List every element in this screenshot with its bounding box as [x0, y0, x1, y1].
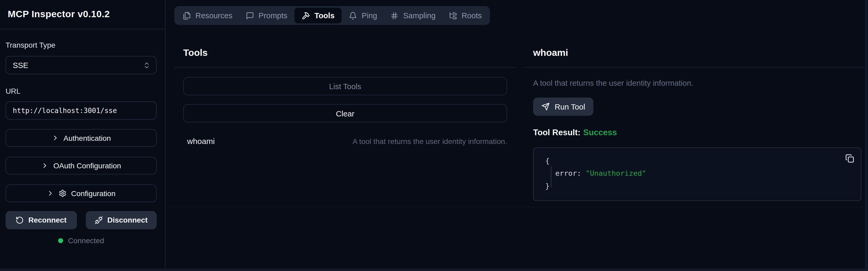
- tab-ping-label: Ping: [362, 11, 377, 20]
- tool-result-code-block: { error: "Unauthorized" }: [533, 147, 861, 201]
- sidebar-header: MCP Inspector v0.10.2: [0, 0, 165, 29]
- tools-pane-header: Tools: [174, 33, 516, 68]
- code-line-open: {: [545, 155, 861, 168]
- list-tools-button[interactable]: List Tools: [183, 77, 507, 95]
- hammer-icon: [302, 11, 310, 20]
- reconnect-label: Reconnect: [28, 216, 66, 224]
- tab-roots-label: Roots: [462, 11, 482, 20]
- connection-buttons-row: Reconnect Disconnect: [5, 211, 157, 229]
- url-label: URL: [5, 87, 157, 95]
- gear-icon: [59, 189, 67, 197]
- tab-prompts[interactable]: Prompts: [240, 8, 293, 23]
- tool-result-status: Success: [583, 127, 617, 137]
- send-icon: [541, 102, 550, 111]
- clear-button[interactable]: Clear: [183, 104, 507, 123]
- content-bottom-edge: [166, 207, 868, 207]
- app-title: MCP Inspector v0.10.2: [8, 9, 110, 20]
- tab-sampling[interactable]: Sampling: [384, 8, 441, 23]
- code-key: error:: [555, 169, 581, 177]
- detail-pane-header: whoami: [525, 33, 865, 68]
- oauth-configuration-label: OAuth Configuration: [54, 161, 121, 170]
- chevrons-up-down-icon: [143, 61, 151, 69]
- tab-roots[interactable]: Roots: [443, 8, 488, 23]
- vertical-scrollbar[interactable]: [865, 0, 868, 271]
- oauth-configuration-accordion-button[interactable]: OAuth Configuration: [5, 157, 157, 174]
- hash-icon: [390, 11, 399, 20]
- files-icon: [183, 11, 191, 20]
- horizontal-scrollbar[interactable]: [0, 269, 868, 271]
- run-tool-button[interactable]: Run Tool: [533, 97, 593, 116]
- bell-icon: [349, 11, 357, 20]
- transport-type-label: Transport Type: [5, 41, 157, 49]
- transport-type-select[interactable]: SSE: [5, 56, 157, 74]
- tool-list-item-whoami[interactable]: whoami A tool that returns the user iden…: [187, 137, 507, 146]
- copy-icon[interactable]: [845, 154, 854, 163]
- configuration-label: Configuration: [71, 189, 116, 198]
- tool-result-line: Tool Result:Success: [533, 127, 865, 137]
- code-line-error: error: "Unauthorized": [555, 168, 861, 180]
- tool-detail-pane: whoami A tool that returns the user iden…: [525, 33, 865, 201]
- tab-prompts-label: Prompts: [258, 11, 287, 20]
- code-content: { error: "Unauthorized" }: [534, 148, 861, 192]
- disconnect-label: Disconnect: [107, 216, 148, 224]
- authentication-label: Authentication: [63, 134, 111, 142]
- tab-resources-label: Resources: [195, 11, 232, 20]
- disconnect-button[interactable]: Disconnect: [86, 211, 157, 229]
- authentication-accordion-button[interactable]: Authentication: [5, 129, 157, 147]
- list-tools-label: List Tools: [329, 82, 361, 91]
- code-string-value: "Unauthorized": [586, 169, 646, 177]
- reconnect-button[interactable]: Reconnect: [5, 211, 77, 229]
- code-line-close: }: [545, 180, 861, 192]
- app-root: MCP Inspector v0.10.2 Transport Type SSE…: [0, 0, 868, 271]
- rotate-ccw-icon: [16, 216, 24, 224]
- tab-resources[interactable]: Resources: [177, 8, 239, 23]
- detail-pane-title: whoami: [533, 48, 568, 58]
- tab-ping[interactable]: Ping: [343, 8, 383, 23]
- tool-description: A tool that returns the user identity in…: [352, 137, 507, 146]
- url-input[interactable]: [5, 101, 157, 120]
- run-tool-label: Run Tool: [555, 102, 585, 111]
- chevron-right-icon: [51, 134, 59, 142]
- tools-list-pane: Tools List Tools Clear whoami A tool tha…: [174, 33, 516, 201]
- main-content: Tools List Tools Clear whoami A tool tha…: [174, 33, 865, 201]
- tools-pane-title: Tools: [183, 48, 208, 58]
- tool-name: whoami: [187, 137, 215, 146]
- sidebar: MCP Inspector v0.10.2 Transport Type SSE…: [0, 0, 165, 271]
- indent-guide: [551, 166, 551, 187]
- tab-tools[interactable]: Tools: [294, 8, 342, 23]
- tab-sampling-label: Sampling: [403, 11, 436, 20]
- unplug-icon: [95, 216, 103, 224]
- top-tabbar: Resources Prompts Tools Ping Sampling: [174, 6, 490, 25]
- chevron-right-icon: [41, 162, 49, 169]
- folder-tree-icon: [449, 11, 457, 20]
- sidebar-body: Transport Type SSE URL Authentication: [0, 29, 165, 245]
- tab-tools-label: Tools: [314, 11, 335, 20]
- connected-dot: [58, 238, 63, 243]
- message-square-icon: [246, 11, 254, 20]
- connected-label: Connected: [68, 237, 104, 245]
- tool-result-label: Tool Result:: [533, 127, 581, 137]
- detail-tool-description: A tool that returns the user identity in…: [533, 79, 857, 87]
- transport-type-value: SSE: [13, 61, 28, 69]
- configuration-accordion-button[interactable]: Configuration: [5, 184, 157, 202]
- chevron-right-icon: [47, 189, 55, 197]
- connection-status: Connected: [5, 237, 157, 245]
- clear-label: Clear: [336, 109, 354, 118]
